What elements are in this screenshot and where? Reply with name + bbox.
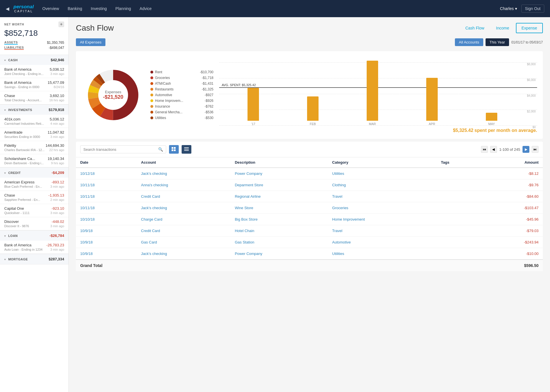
signout-button[interactable]: Sign Out (521, 5, 544, 13)
cell-account[interactable]: Credit Card (137, 191, 230, 202)
grid-view-button[interactable] (169, 145, 179, 154)
cell-account[interactable]: Anna's checking (137, 179, 230, 191)
chart-legend: Rent -$10,700 Groceries -$1,718 ATM/Cash… (150, 57, 213, 133)
user-menu[interactable]: Charles ▾ (500, 6, 517, 11)
bar-chart-wrapper: $8,000 $6,000 $4,000 $2,000 $0 (219, 57, 537, 126)
cell-category[interactable]: Utilities (328, 168, 437, 179)
list-item[interactable]: Discover -448.02 Discover It - 9876 3 mi… (0, 217, 68, 230)
col-category[interactable]: Category (328, 157, 437, 168)
section-header-credit[interactable]: ▾ CREDIT -$4,209 (0, 168, 68, 178)
col-tags[interactable]: Tags (437, 157, 481, 168)
cell-category[interactable]: Groceries (328, 202, 437, 214)
nav-overview[interactable]: Overview (42, 6, 59, 11)
account-time: 2 min ago (50, 198, 64, 201)
grid-label-8000: $8,000 (527, 63, 536, 66)
cell-description[interactable]: Wine Store (231, 202, 328, 214)
list-item[interactable]: Chase 3,692.10 Total Checking - Account.… (0, 91, 68, 104)
tab-expense[interactable]: Expense (516, 23, 543, 33)
col-description[interactable]: Description (231, 157, 328, 168)
col-account[interactable]: Account (137, 157, 230, 168)
section-header-investments[interactable]: ▾ INVESTMENTS $179,918 (0, 105, 68, 115)
cell-category[interactable]: Travel (328, 191, 437, 202)
col-amount[interactable]: Amount (482, 157, 543, 168)
all-accounts-button[interactable]: All Accounts (455, 38, 483, 46)
list-item[interactable]: Ameritrade 11,047.92 Securities Ending i… (0, 128, 68, 141)
search-input[interactable] (83, 147, 158, 152)
account-balance: -893.12 (52, 180, 64, 184)
list-item[interactable]: American Express -893.12 Blue Cash Prefe… (0, 178, 68, 191)
cell-account[interactable]: Jack's checking (137, 202, 230, 214)
last-page-button[interactable]: ⏭ (532, 146, 539, 153)
cell-account[interactable]: Jack's checking (137, 248, 230, 260)
cell-category[interactable]: Automotive (328, 237, 437, 248)
cell-description[interactable]: Big Box Store (231, 214, 328, 225)
table-row: 10/11/18 Credit Card Regional Airline Tr… (76, 191, 543, 202)
section-investments: ▾ INVESTMENTS $179,918 401k.com 5,036.12… (0, 105, 68, 168)
cell-description[interactable]: Deparment Store (231, 179, 328, 191)
section-header-cash[interactable]: ▾ CASH $42,946 (0, 55, 68, 65)
cell-tags (437, 214, 481, 225)
list-item[interactable]: Chase -1,935.13 Sapphire Preferred - En.… (0, 191, 68, 204)
cell-category[interactable]: Clothing (328, 179, 437, 191)
cell-category[interactable]: Travel (328, 225, 437, 237)
cell-account[interactable]: Gas Card (137, 237, 230, 248)
list-item[interactable]: Scholarshare Ca... 19,140.34 Devin Barto… (0, 154, 68, 167)
nav-investing[interactable]: Investing (91, 6, 107, 11)
list-item: ATM/Cash -$1,431 (150, 81, 213, 86)
cell-description[interactable]: Gas Station (231, 237, 328, 248)
account-name: Scholarshare Ca... (4, 157, 35, 161)
nav-advice[interactable]: Advice (140, 6, 152, 11)
cell-category[interactable]: Home Improvement (328, 214, 437, 225)
list-item[interactable]: Bank of America 5,036.12 Joint Checking … (0, 65, 68, 78)
list-item[interactable]: 401k.com 5,036.12 Carmichael Industries … (0, 115, 68, 128)
cell-category[interactable]: Utilities (328, 248, 437, 260)
tab-income[interactable]: Income (491, 23, 514, 33)
table-row: 10/9/18 Credit Card Hotel Chain Travel -… (76, 225, 543, 237)
col-date[interactable]: Date (76, 157, 137, 168)
bar-may-fill (486, 113, 497, 121)
next-page-button[interactable]: ▶ (522, 146, 529, 153)
collapse-icon[interactable]: ◀ (6, 6, 9, 11)
legend-name: Utilities (155, 116, 166, 120)
add-account-button[interactable]: + (58, 21, 64, 27)
nav-banking[interactable]: Banking (68, 6, 82, 11)
nav-planning[interactable]: Planning (115, 6, 131, 11)
transactions-body: 10/12/18 Jack's checking Power Company U… (76, 168, 543, 260)
top-navigation: ◀ personal CAPITAL Overview Banking Inve… (0, 0, 550, 17)
donut-chart (85, 66, 142, 124)
list-item[interactable]: Bank of America -26,783.23 Auto Loan - E… (0, 241, 68, 254)
prev-page-button[interactable]: ◀ (490, 146, 497, 153)
cell-description[interactable]: Hotel Chain (231, 225, 328, 237)
section-header-mortgage[interactable]: ▾ MORTGAGE $287,334 (0, 254, 68, 264)
table-header-row: Date Account Description Category Tags A… (76, 157, 543, 168)
cell-tags (437, 237, 481, 248)
legend-value: -$927 (205, 93, 213, 97)
this-year-button[interactable]: This Year (486, 38, 509, 46)
net-worth-header: NET WORTH + (4, 21, 64, 27)
section-toggle-loan: ▾ (4, 234, 6, 237)
list-item[interactable]: Fidelity 144,694.30 Charles Bartowski IR… (0, 141, 68, 154)
account-name: Discover (4, 219, 19, 224)
cell-date: 10/9/18 (76, 237, 137, 248)
liabilities-row: LIABILITIES -$498,047 (4, 45, 64, 50)
list-view-button[interactable] (182, 145, 191, 154)
list-item[interactable]: Capital One -923.10 Quicksilver - 1111 3… (0, 204, 68, 217)
cell-description[interactable]: Regional Airline (231, 191, 328, 202)
cell-description[interactable]: Power Company (231, 248, 328, 260)
table-row: 10/12/18 Jack's checking Power Company U… (76, 168, 543, 179)
bar-feb: FEB (284, 96, 341, 126)
cell-account[interactable]: Jack's checking (137, 168, 230, 179)
cell-account[interactable]: Credit Card (137, 225, 230, 237)
cell-amount: -$10.00 (482, 248, 543, 260)
tab-cashflow[interactable]: Cash Flow (460, 23, 489, 33)
legend-name: General Mercha... (155, 110, 182, 114)
cell-description[interactable]: Power Company (231, 168, 328, 179)
account-balance: 15,477.09 (48, 80, 64, 85)
section-header-loan[interactable]: ▾ LOAN -$26,784 (0, 231, 68, 241)
all-expenses-button[interactable]: All Expenses (76, 38, 105, 46)
first-page-button[interactable]: ⏮ (481, 146, 488, 153)
grid-label-0: $0 (533, 126, 536, 129)
table-row: 10/10/18 Charge Card Big Box Store Home … (76, 214, 543, 225)
cell-account[interactable]: Charge Card (137, 214, 230, 225)
list-item[interactable]: Bank of America 15,477.09 Savings - Endi… (0, 78, 68, 91)
